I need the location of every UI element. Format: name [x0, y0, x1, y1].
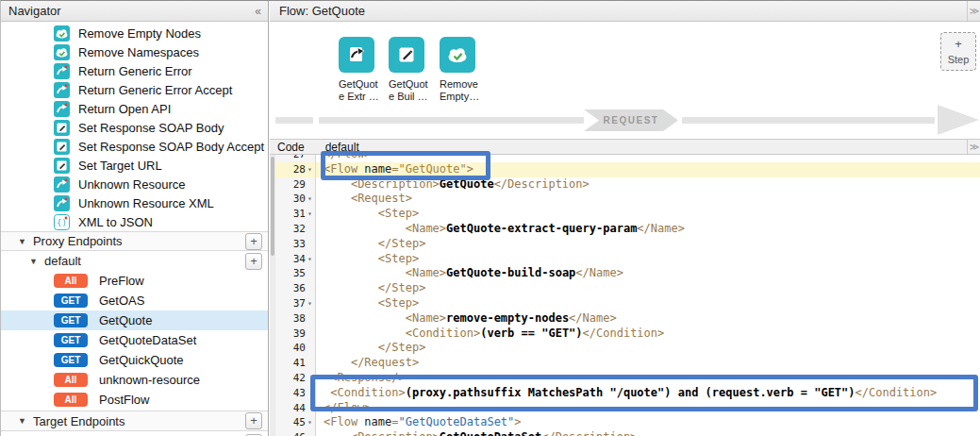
code-line[interactable]: 41 </Request> [275, 356, 980, 371]
policy-label: Return Generic Error Accept [78, 83, 232, 97]
line-number: 44 [293, 401, 306, 416]
line-number: 33 [293, 237, 306, 252]
target-endpoints-header[interactable]: ▼ Target Endpoints + [1, 411, 269, 431]
code-line[interactable]: 45▾<Flow name="GetQuoteDataSet"> [275, 415, 980, 430]
line-number-gutter: 39 [275, 327, 316, 342]
line-number-gutter: 28▾ [275, 162, 316, 177]
code-line[interactable]: 30▾ <Request> [275, 192, 980, 207]
code-text: <Name>GetQuote-build-soap</Name> [316, 266, 623, 281]
code-line[interactable]: 38 <Name>remove-empty-nodes</Name> [275, 311, 980, 327]
code-line[interactable]: 46 <Description>GetQuoteDataSet</Descrip… [275, 430, 980, 436]
add-target-endpoint-button[interactable]: + [245, 412, 262, 429]
code-text: <Step> [316, 296, 419, 311]
fold-arrow-icon[interactable]: ▾ [306, 192, 315, 207]
policy-item[interactable]: {)XML to JSON [1, 212, 269, 231]
fold-arrow-icon[interactable]: ▾ [306, 415, 315, 430]
policy-item[interactable]: Return Generic Error Accept [1, 80, 269, 99]
method-badge: GET [54, 313, 88, 327]
pencil-icon [389, 37, 424, 73]
fold-arrow-icon[interactable]: ▾ [306, 296, 315, 311]
line-number: 27 [293, 155, 306, 162]
policy-label: Remove Namespaces [78, 45, 199, 59]
code-text: <Condition>(verb == "GET")</Condition> [316, 327, 664, 342]
policy-item[interactable]: Return Open API [1, 99, 269, 118]
policy-item[interactable]: Remove Namespaces [1, 42, 269, 61]
policy-item[interactable]: Remove Empty Nodes [1, 24, 269, 42]
flow-canvas[interactable]: GetQuot e Extr …GetQuot e Buil …Remove E… [270, 22, 980, 139]
code-text: <Flow name="GetQuoteDataSet"> [316, 415, 522, 430]
step-label: GetQuot e Extr … [339, 78, 395, 103]
cloud-check-icon [54, 44, 70, 60]
code-line[interactable]: 27</Flow> [275, 155, 980, 162]
endpoint-flow-item[interactable]: GETGetOAS [1, 291, 269, 310]
code-text: </Step> [316, 281, 425, 296]
flow-name-label: GetQuickQuote [99, 353, 184, 367]
code-tab-default[interactable]: default [325, 141, 359, 154]
flow-step[interactable]: Remove Empty… [440, 37, 496, 103]
flow-step[interactable]: GetQuot e Buil … [389, 37, 445, 103]
svg-text:{): {) [57, 218, 67, 227]
code-text: </Request> [316, 356, 419, 371]
navigator-scrollbar[interactable] [270, 155, 275, 436]
arrow-icon [54, 101, 70, 117]
fold-arrow-icon[interactable]: ▾ [306, 162, 315, 177]
code-toolbar: Code default ≫ [270, 139, 980, 155]
policy-item[interactable]: Set Response SOAP Body Accept [1, 137, 269, 156]
line-number-gutter: 36 [275, 281, 316, 296]
flow-lane-segment [682, 117, 935, 124]
line-number-gutter: 41 [275, 356, 316, 371]
code-line[interactable]: 43 <Condition>(proxy.pathsuffix MatchesP… [275, 386, 980, 401]
code-line[interactable]: 29 <Description>GetQuote</Description> [275, 177, 980, 193]
code-line[interactable]: 36 </Step> [275, 281, 980, 296]
add-proxy-endpoint-button[interactable]: + [245, 233, 262, 250]
code-text: <Step> [316, 252, 419, 267]
code-line[interactable]: 42 <Response/> [275, 371, 980, 386]
code-line[interactable]: 31▾ <Step> [275, 207, 980, 222]
endpoint-flow-item[interactable]: AllPreFlow [1, 271, 269, 291]
code-line[interactable]: 37▾ <Step> [275, 296, 980, 311]
scrollbar-thumb[interactable] [271, 157, 274, 256]
policy-item[interactable]: Unknown Resource [1, 175, 269, 193]
expand-panel-icon[interactable]: ≫ [967, 1, 980, 21]
policy-item[interactable]: Unknown Resource XML [1, 193, 269, 212]
collapse-panel-icon[interactable]: « [255, 5, 261, 18]
target-endpoint-group-default[interactable]: ▼ default + [1, 432, 269, 436]
code-editor[interactable]: 27</Flow>28▾<Flow name="GetQuote">29 <De… [270, 155, 980, 436]
policy-label: Set Target URL [78, 159, 162, 173]
line-number: 37 [293, 296, 306, 311]
flow-name-label: PostFlow [99, 393, 149, 407]
add-step-button[interactable]: + Step [940, 32, 976, 71]
add-flow-button[interactable]: + [245, 253, 262, 270]
proxy-endpoint-group-default[interactable]: ▼ default + [1, 251, 269, 271]
endpoint-flow-item[interactable]: AllPostFlow [1, 390, 269, 410]
group-label: default [44, 254, 81, 268]
line-number-gutter: 33 [275, 237, 316, 252]
code-line[interactable]: 39 <Condition>(verb == "GET")</Condition… [275, 327, 980, 342]
policy-item[interactable]: Set Target URL [1, 156, 269, 175]
fold-arrow-icon[interactable]: ▾ [306, 252, 315, 267]
policy-label: Set Response SOAP Body Accept [78, 140, 264, 154]
endpoint-flow-item[interactable]: GETGetQuote [1, 310, 269, 330]
code-line[interactable]: 44</Flow> [275, 401, 980, 416]
policy-item[interactable]: Return Generic Error [1, 61, 269, 80]
braces-icon: {) [54, 214, 70, 230]
code-line[interactable]: 28▾<Flow name="GetQuote"> [275, 162, 980, 177]
fold-arrow-icon[interactable]: ▾ [306, 207, 315, 222]
code-line[interactable]: 34▾ <Step> [275, 252, 980, 267]
endpoint-flow-item[interactable]: Allunknown-resource [1, 370, 269, 390]
expand-panel-icon[interactable]: ≫ [967, 140, 980, 154]
endpoint-flow-item[interactable]: GETGetQuoteDataSet [1, 330, 269, 350]
code-line[interactable]: 32 <Name>GetQuote-extract-query-param</N… [275, 222, 980, 237]
code-line[interactable]: 33 </Step> [275, 237, 980, 252]
line-number-gutter: 27 [275, 155, 316, 162]
code-text: <Description>GetQuoteDataSet</Descriptio… [316, 430, 637, 436]
line-number-gutter: 29 [275, 177, 316, 193]
endpoint-flow-item[interactable]: GETGetQuickQuote [1, 350, 269, 370]
code-line[interactable]: 40 </Step> [275, 341, 980, 356]
flow-step[interactable]: GetQuot e Extr … [339, 37, 395, 103]
code-line[interactable]: 35 <Name>GetQuote-build-soap</Name> [275, 266, 980, 281]
code-text: </Step> [316, 341, 425, 356]
proxy-endpoints-header[interactable]: ▼ Proxy Endpoints + [1, 231, 269, 251]
policy-item[interactable]: Set Response SOAP Body [1, 118, 269, 137]
policy-label: Return Open API [78, 102, 171, 116]
